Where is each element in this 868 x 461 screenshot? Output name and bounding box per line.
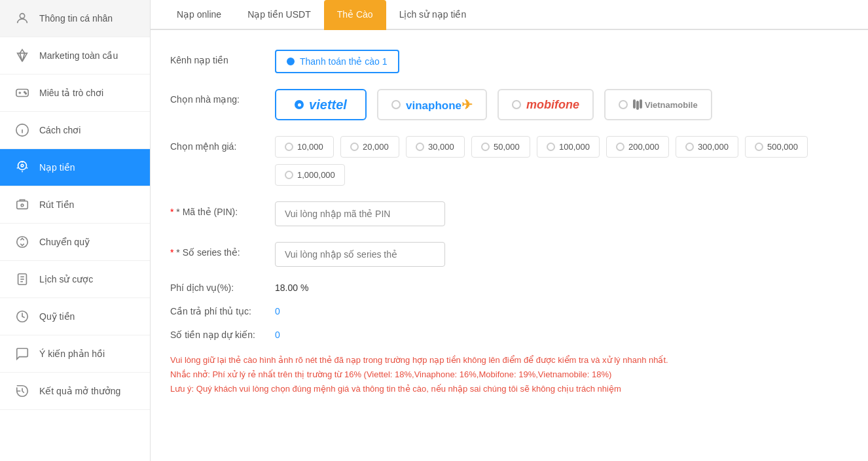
sidebar-label: Marketing toàn cầu <box>39 50 118 61</box>
kenh-nap-tien-label: Kênh nạp tiền <box>170 50 275 65</box>
can-tra-phi-row: Cần trả phí thủ tục: 0 <box>170 306 848 316</box>
denom-1000000[interactable]: 1,000,000 <box>275 164 345 186</box>
network-options: viettel vinaphone✈ mobifone <box>275 89 712 120</box>
can-tra-phi-label: Cần trả phí thủ tục: <box>170 306 275 316</box>
tab-the-cao[interactable]: Thẻ Cào <box>324 0 386 30</box>
sidebar-item-marketing-toan-cau[interactable]: Marketing toàn cầu <box>0 37 150 75</box>
sidebar-item-thong-tin-ca-nhan[interactable]: Thông tin cá nhân <box>0 0 150 37</box>
denom-radio <box>685 143 694 151</box>
tab-nap-tien-usdt[interactable]: Nạp tiền USDT <box>234 0 324 30</box>
sidebar-label: Thông tin cá nhân <box>39 13 113 24</box>
so-series-input[interactable] <box>275 242 445 267</box>
denom-label: 100,000 <box>559 142 590 152</box>
notice-line-1: Vui lòng giữ lại thẻ cào hình ảnh rõ nét… <box>170 353 848 367</box>
denom-20000[interactable]: 20,000 <box>340 136 399 158</box>
sidebar-item-chuyen-quy[interactable]: Chuyển quỹ <box>0 224 150 261</box>
denom-radio <box>416 143 424 151</box>
ma-the-row: * * Mã thẻ (PIN): <box>170 201 848 226</box>
menh-gia-label: Chọn mệnh giá: <box>170 136 275 152</box>
denom-radio <box>616 143 624 151</box>
denom-label: 10,000 <box>297 142 323 152</box>
sidebar-item-nap-tien[interactable]: Nạp tiền <box>0 149 150 186</box>
sidebar-label: Miêu tả trò chơi <box>39 88 103 98</box>
sidebar-item-cach-choi[interactable]: Cách chơi <box>0 112 150 149</box>
history-list-icon <box>13 270 31 288</box>
tab-lich-su-nap-tien[interactable]: Lịch sử nạp tiền <box>386 0 480 30</box>
kenh-btn[interactable]: Thanh toán thẻ cào 1 <box>275 50 399 73</box>
main-content: Nạp online Nạp tiền USDT Thẻ Cào Lịch sử… <box>151 0 868 461</box>
phi-dich-vu-value: 18.00 % <box>275 282 308 293</box>
notice-line-2: Nhắc nhở: Phí xử lý rẻ nhất trên thị trư… <box>170 367 848 382</box>
sidebar-label: Rút Tiền <box>39 199 74 210</box>
denom-radio <box>285 143 293 151</box>
network-vietnamobile[interactable]: Vietnamobile <box>604 89 712 120</box>
vietnamobile-radio <box>619 100 628 109</box>
viettel-radio <box>295 100 304 109</box>
nha-mang-row: Chọn nhà mạng: viettel vinaphone✈ mobifo… <box>170 89 848 120</box>
viettel-logo-text: viettel <box>309 97 347 112</box>
phi-dich-vu-row: Phí dịch vụ(%): 18.00 % <box>170 282 848 293</box>
svg-rect-8 <box>17 201 28 209</box>
svg-point-7 <box>21 164 24 167</box>
network-mobifone[interactable]: mobifone <box>497 89 594 120</box>
denom-label: 1,000,000 <box>297 170 335 180</box>
denom-grid: 10,000 20,000 30,000 50,000 100,000 <box>275 136 848 186</box>
diamond-icon <box>13 46 31 65</box>
denom-300000[interactable]: 300,000 <box>676 136 738 158</box>
denom-200000[interactable]: 200,000 <box>606 136 669 158</box>
can-tra-phi-value: 0 <box>275 306 280 316</box>
tabs-bar: Nạp online Nạp tiền USDT Thẻ Cào Lịch sử… <box>151 0 868 30</box>
svg-point-3 <box>26 93 27 94</box>
menh-gia-row: Chọn mệnh giá: 10,000 20,000 30,000 50,0… <box>170 136 848 186</box>
ma-the-label: * * Mã thẻ (PIN): <box>170 201 275 217</box>
denom-30000[interactable]: 30,000 <box>406 136 465 158</box>
denom-radio <box>481 143 490 151</box>
so-tien-value: 0 <box>275 330 280 340</box>
vietnamobile-logo-text: Vietnamobile <box>633 99 698 110</box>
tab-nap-online[interactable]: Nạp online <box>164 0 234 30</box>
denom-radio <box>285 171 293 179</box>
sidebar-item-ket-qua-mo-thuong[interactable]: Kết quả mở thưởng <box>0 373 150 410</box>
sidebar-label: Nạp tiền <box>39 162 75 173</box>
ma-the-input[interactable] <box>275 201 445 226</box>
sidebar-item-mieu-ta-tro-choi[interactable]: Miêu tả trò chơi <box>0 75 150 112</box>
form-content: Kênh nạp tiền Thanh toán thẻ cào 1 Chọn … <box>151 30 868 416</box>
notice-block: Vui lòng giữ lại thẻ cào hình ảnh rõ nét… <box>170 353 848 396</box>
denom-radio <box>350 143 359 151</box>
denom-label: 500,000 <box>767 142 798 152</box>
kenh-nap-tien-row: Kênh nạp tiền Thanh toán thẻ cào 1 <box>170 50 848 73</box>
denom-radio <box>547 143 555 151</box>
so-tien-row: Số tiền nạp dự kiến: 0 <box>170 330 848 340</box>
radio-dot <box>287 58 295 65</box>
sidebar-item-rut-tien[interactable]: Rút Tiền <box>0 186 150 224</box>
so-series-label: * * Số series thẻ: <box>170 242 275 258</box>
sidebar-label: Ý kiến phản hồi <box>39 349 105 359</box>
network-viettel[interactable]: viettel <box>275 89 367 120</box>
sidebar-label: Kết quả mở thưởng <box>39 386 120 396</box>
kenh-btn-label: Thanh toán thẻ cào 1 <box>300 56 388 67</box>
denom-50000[interactable]: 50,000 <box>471 136 530 158</box>
gamepad-icon <box>13 84 31 102</box>
denom-10000[interactable]: 10,000 <box>275 136 334 158</box>
sidebar-label: Lịch sử cược <box>39 274 93 284</box>
network-vinaphone[interactable]: vinaphone✈ <box>377 89 487 120</box>
sidebar-label: Cách chơi <box>39 125 81 135</box>
mobifone-logo-text: mobifone <box>526 98 579 112</box>
withdraw-icon <box>13 196 31 214</box>
person-icon <box>13 9 31 27</box>
svg-point-9 <box>21 204 24 207</box>
denom-500000[interactable]: 500,000 <box>745 136 808 158</box>
denom-label: 20,000 <box>363 142 389 152</box>
vinaphone-radio <box>391 100 401 109</box>
denom-label: 200,000 <box>628 142 659 152</box>
transfer-icon <box>13 233 31 251</box>
sidebar-item-y-kien-phan-hoi[interactable]: Ý kiến phản hồi <box>0 335 150 373</box>
sidebar-item-lich-su-cuoc[interactable]: Lịch sử cược <box>0 261 150 298</box>
nha-mang-label: Chọn nhà mạng: <box>170 89 275 105</box>
sidebar-item-quy-tien[interactable]: Quỹ tiền <box>0 298 150 335</box>
denom-100000[interactable]: 100,000 <box>537 136 600 158</box>
piggy-icon <box>13 158 31 177</box>
clock-back-icon <box>13 382 31 400</box>
so-series-row: * * Số series thẻ: <box>170 242 848 267</box>
feedback-icon <box>13 345 31 363</box>
